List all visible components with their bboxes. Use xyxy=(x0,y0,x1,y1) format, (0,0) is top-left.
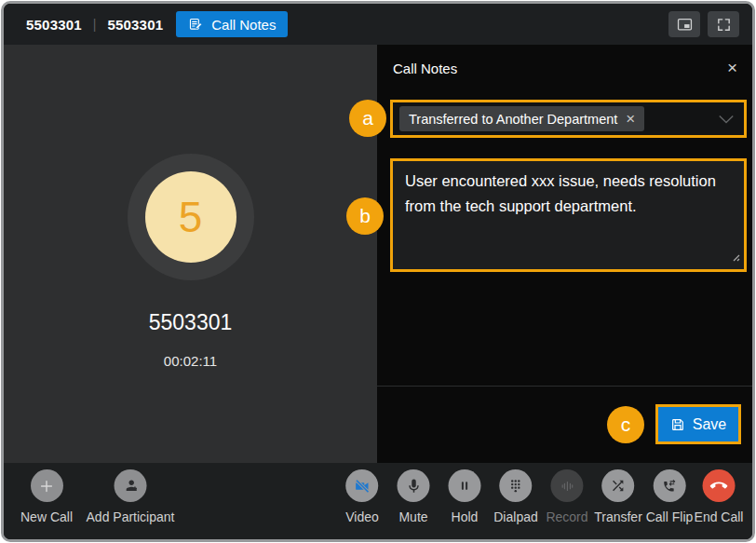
fullscreen-icon xyxy=(716,17,732,33)
call-flip-label: Call Flip xyxy=(646,509,694,524)
record-label: Record xyxy=(546,509,587,524)
caller-id-secondary: 5503301 xyxy=(107,17,163,33)
call-notes-button-label: Call Notes xyxy=(211,17,276,33)
chevron-down-icon xyxy=(718,114,735,125)
phone-app-window: 5503301 | 5503301 Call Notes xyxy=(1,1,755,542)
mic-icon xyxy=(398,469,430,502)
close-panel-button[interactable]: × xyxy=(723,57,741,78)
call-duration-timer: 00:02:11 xyxy=(164,353,217,369)
dialpad-button[interactable]: Dialpad xyxy=(493,469,537,524)
pause-icon xyxy=(449,469,481,502)
call-controls-toolbar: New Call Add Participant xyxy=(4,463,752,539)
hold-button[interactable]: Hold xyxy=(449,469,481,524)
close-icon: × xyxy=(727,58,737,77)
disposition-tag-chip: Transferred to Another Department × xyxy=(399,106,644,131)
record-icon xyxy=(550,469,583,502)
video-off-icon xyxy=(346,469,379,502)
call-notes-button[interactable]: Call Notes xyxy=(176,11,288,37)
call-notes-panel: Call Notes × Transferred to Another Depa… xyxy=(377,45,752,463)
note-textarea-wrapper: User encountered xxx issue, needs resolu… xyxy=(390,158,747,272)
panel-title: Call Notes xyxy=(393,61,457,76)
video-label: Video xyxy=(345,509,379,524)
screenshot: 5503301 | 5503301 Call Notes xyxy=(0,0,756,543)
save-icon xyxy=(670,417,685,432)
disposition-select[interactable]: Transferred to Another Department × xyxy=(390,100,747,138)
end-call-icon xyxy=(702,469,735,502)
panel-footer-divider xyxy=(377,386,752,387)
annotation-circle-c: c xyxy=(607,406,644,443)
header-divider: | xyxy=(93,17,97,32)
pop-out-window-button[interactable] xyxy=(668,11,700,37)
avatar-ring: 5 xyxy=(128,154,254,280)
video-button[interactable]: Video xyxy=(345,469,379,524)
transfer-button[interactable]: Transfer xyxy=(594,469,642,524)
new-call-button[interactable]: New Call xyxy=(20,469,73,524)
hold-label: Hold xyxy=(452,509,479,524)
transfer-label: Transfer xyxy=(594,509,642,524)
remove-tag-icon[interactable]: × xyxy=(626,112,635,127)
caller-id-primary: 5503301 xyxy=(26,17,82,33)
add-participant-label: Add Participant xyxy=(87,509,175,524)
end-call-button[interactable]: End Call xyxy=(695,469,744,524)
record-button: Record xyxy=(546,469,587,524)
call-note-textarea[interactable]: User encountered xxx issue, needs resolu… xyxy=(393,161,744,269)
new-call-label: New Call xyxy=(20,509,73,524)
save-button-label: Save xyxy=(693,416,726,433)
fullscreen-button[interactable] xyxy=(708,11,739,37)
annotation-circle-b: b xyxy=(346,197,384,235)
mute-label: Mute xyxy=(398,509,427,524)
active-call-area: 5 5503301 00:02:11 xyxy=(4,45,377,463)
call-flip-icon xyxy=(653,469,685,502)
picture-in-picture-icon xyxy=(676,17,694,33)
call-header-bar: 5503301 | 5503301 Call Notes xyxy=(4,4,752,45)
plus-icon xyxy=(30,469,62,502)
end-call-label: End Call xyxy=(695,509,744,524)
dialpad-label: Dialpad xyxy=(493,509,537,524)
note-edit-icon xyxy=(188,17,204,33)
avatar-initial: 5 xyxy=(179,192,203,242)
dialpad-icon xyxy=(499,469,532,502)
person-add-icon xyxy=(114,469,146,502)
avatar: 5 xyxy=(145,171,236,263)
annotation-circle-a: a xyxy=(349,100,386,137)
mute-button[interactable]: Mute xyxy=(398,469,430,524)
disposition-tag-label: Transferred to Another Department xyxy=(409,112,617,127)
shuffle-icon xyxy=(601,469,634,502)
call-phone-number: 5503301 xyxy=(149,310,233,335)
add-participant-button[interactable]: Add Participant xyxy=(87,469,175,524)
save-button[interactable]: Save xyxy=(655,404,741,444)
call-flip-button[interactable]: Call Flip xyxy=(646,469,694,524)
